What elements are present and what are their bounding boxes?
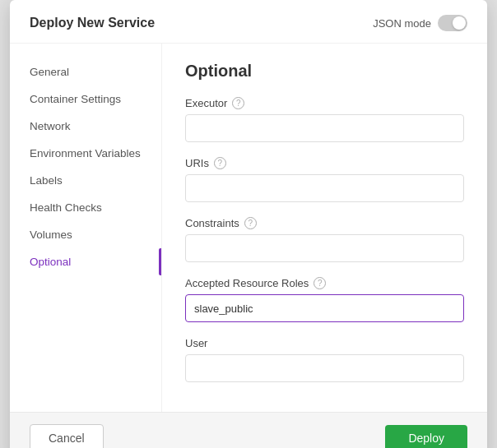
sidebar-item-general[interactable]: General [10, 58, 161, 85]
user-label: User [185, 337, 464, 349]
sidebar: General Container Settings Network Envir… [10, 44, 162, 412]
constraints-input[interactable] [185, 234, 464, 262]
json-mode-label: JSON mode [373, 17, 431, 30]
sidebar-item-health-checks[interactable]: Health Checks [10, 194, 161, 221]
toggle-knob [453, 16, 466, 30]
sidebar-item-network[interactable]: Network [10, 113, 161, 140]
accepted-resource-roles-field-group: Accepted Resource Roles ? [185, 277, 464, 322]
accepted-resource-roles-label: Accepted Resource Roles ? [185, 277, 464, 289]
uris-input[interactable] [185, 174, 464, 202]
constraints-label: Constraints ? [185, 217, 464, 229]
accepted-resource-roles-help-icon[interactable]: ? [314, 277, 326, 289]
executor-label: Executor ? [185, 97, 464, 109]
sidebar-item-labels[interactable]: Labels [10, 167, 161, 194]
json-mode-row: JSON mode [373, 15, 467, 31]
modal-title: Deploy New Service [30, 16, 155, 30]
executor-field-group: Executor ? [185, 97, 464, 142]
sidebar-item-container-settings[interactable]: Container Settings [10, 85, 161, 113]
cancel-button[interactable]: Cancel [30, 424, 104, 448]
modal-body: General Container Settings Network Envir… [10, 44, 487, 412]
deploy-button[interactable]: Deploy [385, 425, 467, 448]
accepted-resource-roles-input[interactable] [185, 294, 464, 322]
uris-label: URIs ? [185, 157, 464, 169]
executor-help-icon[interactable]: ? [232, 97, 244, 109]
uris-help-icon[interactable]: ? [214, 157, 226, 169]
json-mode-toggle[interactable] [438, 15, 467, 31]
deploy-modal: Deploy New Service JSON mode General Con… [10, 0, 487, 448]
section-title: Optional [185, 62, 464, 81]
constraints-help-icon[interactable]: ? [244, 217, 257, 229]
user-field-group: User [185, 337, 464, 382]
constraints-field-group: Constraints ? [185, 217, 464, 262]
sidebar-item-environment-variables[interactable]: Environment Variables [10, 140, 161, 167]
sidebar-item-volumes[interactable]: Volumes [10, 221, 161, 248]
sidebar-item-optional[interactable]: Optional [10, 248, 161, 275]
executor-input[interactable] [185, 114, 464, 142]
main-content: Optional Executor ? URIs ? C [162, 44, 487, 412]
uris-field-group: URIs ? [185, 157, 464, 202]
user-input[interactable] [185, 354, 464, 382]
modal-footer: Cancel Deploy [10, 412, 487, 448]
modal-header: Deploy New Service JSON mode [10, 0, 487, 44]
